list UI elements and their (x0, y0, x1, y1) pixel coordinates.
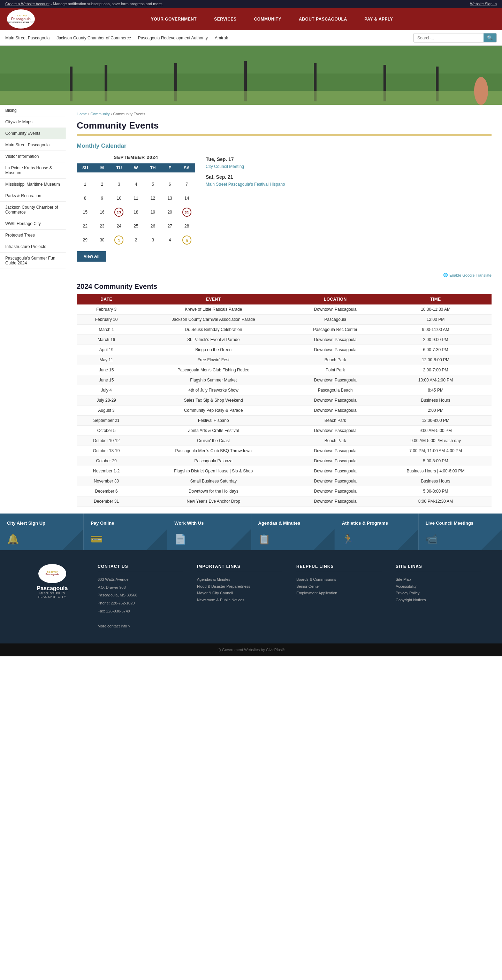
footer-link-privacy[interactable]: Privacy Policy (396, 590, 481, 597)
cal-cell[interactable]: 10 (110, 191, 127, 205)
cal-cell[interactable]: 8 (77, 191, 94, 205)
search-input[interactable] (414, 34, 483, 42)
contact-city: Pascagoula, MS 39568 (97, 592, 183, 599)
cal-cell[interactable]: 19 (144, 205, 161, 219)
event-date-cell: March 1 (77, 325, 136, 335)
footer-link-copyright[interactable]: Copyright Notices (396, 597, 481, 604)
secondary-nav-chamber[interactable]: Jackson County Chamber of Commerce (56, 35, 131, 40)
footer-link-agendas[interactable]: Agendas & Minutes (197, 576, 282, 583)
quick-link-live-council[interactable]: Live Council Meetings 📹 (419, 514, 502, 550)
cal-cell[interactable]: 2 (94, 177, 111, 191)
sidebar-item-summer-fun[interactable]: Pascagoula's Summer Fun Guide 2024 (0, 253, 66, 269)
event-link-2[interactable]: Main Street Pascagoula's Festival Hispan… (206, 182, 285, 187)
secondary-nav-redevelopment[interactable]: Pascagoula Redevelopment Authority (138, 35, 208, 40)
logo[interactable]: THE CITY OF Pascagoula MISSISSIPPI'S FLA… (7, 10, 35, 29)
cal-cell[interactable]: 1 (110, 233, 127, 247)
search-button[interactable]: 🔍 (483, 33, 496, 42)
event-link-1[interactable]: City Council Meeting (206, 164, 244, 169)
breadcrumb-current: Community Events (113, 112, 145, 116)
sidebar-item-community-events[interactable]: Community Events (0, 128, 66, 139)
footer-link-newsroom[interactable]: Newsroom & Public Notices (197, 597, 282, 604)
footer-link-mayor[interactable]: Mayor & City Council (197, 590, 282, 597)
cal-cell[interactable]: 18 (127, 205, 145, 219)
footer-link-accessibility[interactable]: Accessibility (396, 583, 481, 590)
sidebar-item-visitor-info[interactable]: Visitor Information (0, 151, 66, 162)
sidebar-item-parks[interactable]: Parks & Recreation (0, 190, 66, 202)
cal-cell[interactable]: 2 (127, 233, 145, 247)
event-time-cell: 2:00-7:00 PM (379, 365, 492, 375)
cal-cell[interactable]: 25 (127, 219, 145, 233)
cal-cell[interactable]: 29 (77, 233, 94, 247)
cal-cell[interactable]: 14 (178, 191, 195, 205)
cal-cell[interactable]: 26 (144, 219, 161, 233)
col-header-event: EVENT (136, 294, 291, 304)
sidebar-item-wwii[interactable]: WWII Heritage City (0, 218, 66, 229)
sidebar-item-citywide-maps[interactable]: Citywide Maps (0, 116, 66, 128)
breadcrumb-home[interactable]: Home (77, 112, 87, 116)
cal-cell (161, 172, 178, 177)
cal-cell[interactable]: 30 (94, 233, 111, 247)
footer-link-employment[interactable]: Employment Application (296, 590, 382, 597)
cal-cell[interactable]: 27 (161, 219, 178, 233)
secondary-nav-amtrak[interactable]: Amtrak (215, 35, 228, 40)
view-all-button[interactable]: View All (77, 251, 106, 262)
cal-cell[interactable]: 3 (144, 233, 161, 247)
translate-button[interactable]: 🌐 Enable Google Translate (443, 273, 492, 277)
sidebar-item-protected-trees[interactable]: Protected Trees (0, 229, 66, 241)
cal-cell[interactable]: 22 (77, 219, 94, 233)
secondary-nav-main-street[interactable]: Main Street Pascagoula (5, 35, 49, 40)
cal-cell[interactable]: 4 (127, 177, 145, 191)
nav-about[interactable]: ABOUT PASCAGOULA (290, 8, 355, 30)
event-location-cell: Downtown Pascagoula (291, 456, 379, 466)
footer-important-content: Agendas & Minutes Flood & Disaster Prepa… (197, 576, 282, 604)
cal-cell[interactable]: 11 (127, 191, 145, 205)
footer-link-boards[interactable]: Boards & Commissions (296, 576, 382, 583)
cal-cell[interactable]: 5 (144, 177, 161, 191)
quick-link-athletics[interactable]: Athletics & Programs 🏃 (335, 514, 419, 550)
cal-cell[interactable]: 13 (161, 191, 178, 205)
sidebar-item-main-street[interactable]: Main Street Pascagoula (0, 139, 66, 151)
nav-services[interactable]: SERVICES (206, 8, 245, 30)
cal-cell[interactable]: 7 (178, 177, 195, 191)
sidebar-item-biking[interactable]: Biking (0, 105, 66, 116)
contact-more-link[interactable]: More contact info > (97, 623, 183, 630)
footer-logo[interactable]: THE CITY OF Pascagoula Pascagoula Missis… (31, 564, 73, 598)
sidebar-item-infrastructure[interactable]: Infrastructure Projects (0, 241, 66, 253)
footer-link-flood[interactable]: Flood & Disaster Preparedness (197, 583, 282, 590)
cal-cell[interactable]: 1 (77, 177, 94, 191)
cal-cell[interactable]: 28 (178, 219, 195, 233)
create-account-link[interactable]: Create a Website Account (5, 2, 49, 6)
sidebar-item-la-pointe[interactable]: La Pointe Krebs House & Museum (0, 162, 66, 179)
nav-community[interactable]: COMMUNITY (245, 8, 290, 30)
cal-cell[interactable]: 23 (94, 219, 111, 233)
nav-pay-apply[interactable]: PAY & APPLY (356, 8, 402, 30)
cal-cell[interactable]: 4 (161, 233, 178, 247)
sign-in-link[interactable]: Website Sign In (470, 2, 497, 6)
quick-link-city-alert[interactable]: City Alert Sign Up 🔔 (0, 514, 84, 550)
footer-link-sitemap[interactable]: Site Map (396, 576, 481, 583)
cal-cell[interactable]: 9 (94, 191, 111, 205)
event-name-cell: Dr. Seuss Birthday Celebration (136, 325, 291, 335)
cal-cell[interactable]: 5 (178, 233, 195, 247)
cal-cell[interactable]: 12 (144, 191, 161, 205)
quick-link-agendas[interactable]: Agendas & Minutes 📋 (251, 514, 335, 550)
cal-cell[interactable]: 3 (110, 177, 127, 191)
cal-cell[interactable]: 20 (161, 205, 178, 219)
sidebar-item-maritime[interactable]: Mississippi Maritime Museum (0, 179, 66, 190)
quick-link-work-with-us[interactable]: Work With Us 📄 (167, 514, 251, 550)
quick-link-pay-online[interactable]: Pay Online 💳 (84, 514, 167, 550)
footer-link-senior[interactable]: Senior Center (296, 583, 382, 590)
cal-cell[interactable]: 21 (178, 205, 195, 219)
cal-cell[interactable]: 17 (110, 205, 127, 219)
content-wrapper: Biking Citywide Maps Community Events Ma… (0, 105, 502, 514)
cal-cell[interactable]: 15 (77, 205, 94, 219)
sidebar-item-chamber[interactable]: Jackson County Chamber of Commerce (0, 202, 66, 218)
footer-contact-content: 603 Watts Avenue P.O. Drawer 908 Pascago… (97, 576, 183, 630)
cal-cell[interactable]: 16 (94, 205, 111, 219)
cal-cell[interactable]: 6 (161, 177, 178, 191)
event-date-cell: February 3 (77, 304, 136, 315)
breadcrumb-community[interactable]: Community (90, 112, 110, 116)
nav-your-government[interactable]: YOUR GOVERNMENT (142, 8, 206, 30)
cal-cell[interactable]: 24 (110, 219, 127, 233)
quick-links-bar: City Alert Sign Up 🔔 Pay Online 💳 Work W… (0, 514, 502, 550)
